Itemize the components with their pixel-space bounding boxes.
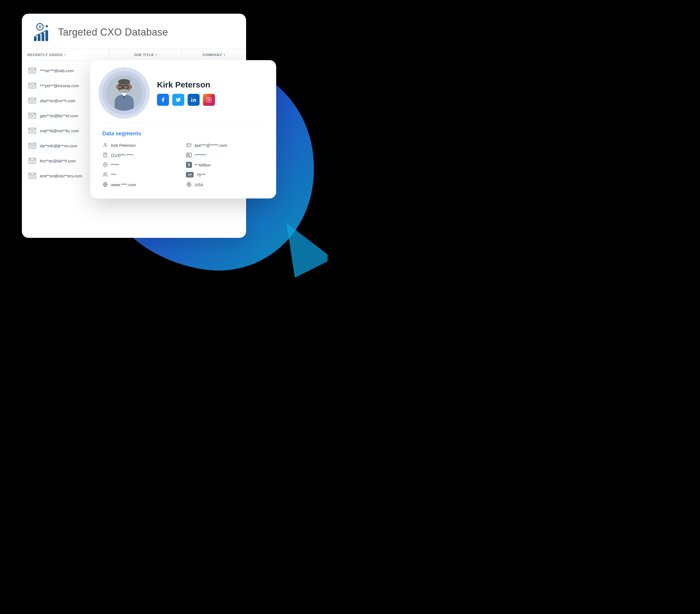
avatar-ring — [102, 71, 146, 115]
data-item-revenue: $ ** Million — [186, 162, 264, 168]
data-item-employees: *** — [102, 172, 180, 178]
email-icon — [186, 142, 192, 148]
table-header: RECENTLY ADDED ▾ JOB TITLE ▾ COMPANY ▾ — [22, 49, 246, 61]
data-item-location: ***** — [102, 162, 180, 168]
svg-point-39 — [129, 85, 132, 89]
employees-icon — [102, 172, 108, 178]
location-icon — [102, 162, 108, 168]
email-text: ***ne***@ods.com — [40, 68, 74, 73]
app-title: Targeted CXO Database — [58, 26, 168, 38]
website-value: www.****.com — [111, 182, 136, 187]
profile-info: Kirk Peterson — [157, 80, 264, 106]
email-icon — [28, 143, 36, 149]
zip-value: 75*** — [196, 173, 205, 177]
employees-value: *** — [111, 173, 116, 177]
data-segments-grid: Kirk Peterson kpe***@*****.com (214)***-… — [102, 142, 264, 188]
logo-icon: $ — [33, 22, 52, 42]
svg-rect-41 — [207, 98, 211, 102]
svg-point-51 — [104, 173, 105, 174]
email-icon — [28, 173, 36, 179]
id-value: ******* — [195, 153, 206, 158]
profile-name: Kirk Peterson — [157, 80, 264, 89]
email-icon — [28, 113, 36, 118]
avatar — [107, 75, 142, 111]
svg-text:$: $ — [39, 25, 41, 29]
email-text: mat**kl@me**kc.com — [40, 128, 79, 133]
twitter-icon[interactable] — [172, 94, 184, 106]
globe-icon — [102, 181, 108, 188]
col-company[interactable]: COMPANY ▾ — [182, 49, 246, 61]
phone-icon — [102, 152, 108, 158]
chevron-down-icon: ▾ — [224, 53, 225, 56]
email-text: sha**on@ro**t.com — [40, 98, 75, 103]
svg-point-6 — [46, 25, 48, 27]
email-icon — [28, 83, 36, 89]
col-recently-added[interactable]: RECENTLY ADDED ▾ — [22, 49, 109, 61]
svg-rect-2 — [34, 37, 37, 41]
email-text: da**mh@jk**rm.com — [40, 143, 77, 148]
country-icon — [186, 181, 192, 188]
svg-point-40 — [191, 98, 192, 98]
email-icon — [28, 67, 36, 74]
profile-top: Kirk Peterson — [102, 71, 264, 123]
name-value: Kirk Peterson — [111, 143, 136, 148]
chevron-down-icon: ▾ — [64, 53, 66, 56]
svg-point-36 — [118, 79, 130, 85]
email-icon — [28, 158, 36, 164]
email-value: kpe***@*****.com — [195, 143, 227, 148]
zip-badge-icon: ZIP — [186, 172, 193, 177]
dollar-icon: $ — [186, 162, 192, 168]
col-job-title[interactable]: JOB TITLE ▾ — [109, 49, 182, 61]
data-item-country: USA — [186, 181, 264, 188]
svg-rect-5 — [46, 30, 48, 41]
location-value: ***** — [111, 163, 119, 167]
country-value: USA — [195, 182, 203, 187]
svg-point-43 — [104, 143, 106, 145]
svg-point-50 — [105, 164, 106, 165]
person-icon — [102, 142, 108, 148]
card-header: $ Targeted CXO Database — [22, 14, 246, 49]
instagram-icon[interactable] — [203, 94, 215, 106]
data-item-website: www.****.com — [102, 181, 180, 188]
email-text: emi**on@reu**ers.com — [40, 174, 82, 178]
data-item-zip: ZIP 75*** — [186, 172, 264, 178]
svg-rect-3 — [38, 35, 40, 41]
svg-point-38 — [116, 85, 119, 89]
linkedin-icon[interactable] — [188, 94, 200, 106]
facebook-icon[interactable] — [157, 94, 169, 106]
data-item-email: kpe***@*****.com — [186, 142, 264, 148]
revenue-value: ** Million — [195, 163, 211, 167]
email-text: ***yer**@incorta.com — [40, 83, 79, 88]
email-icon — [28, 98, 36, 104]
chevron-down-icon: ▾ — [155, 53, 157, 56]
profile-card: Kirk Peterson Data segments — [90, 60, 276, 199]
email-text: geo**sn@bc**el.com — [40, 113, 78, 118]
data-segments-title: Data segments — [102, 130, 264, 137]
phone-value: (214)***-**** — [111, 153, 133, 158]
svg-rect-4 — [41, 33, 44, 41]
data-item-name: Kirk Peterson — [102, 142, 180, 148]
data-item-phone: (214)***-**** — [102, 152, 180, 158]
data-item-id: ******* — [186, 152, 264, 158]
svg-point-49 — [188, 154, 189, 155]
email-icon — [28, 128, 36, 134]
email-text: tho**as@da**il.com — [40, 159, 76, 163]
social-icons — [157, 94, 264, 106]
id-badge-icon — [186, 152, 192, 158]
